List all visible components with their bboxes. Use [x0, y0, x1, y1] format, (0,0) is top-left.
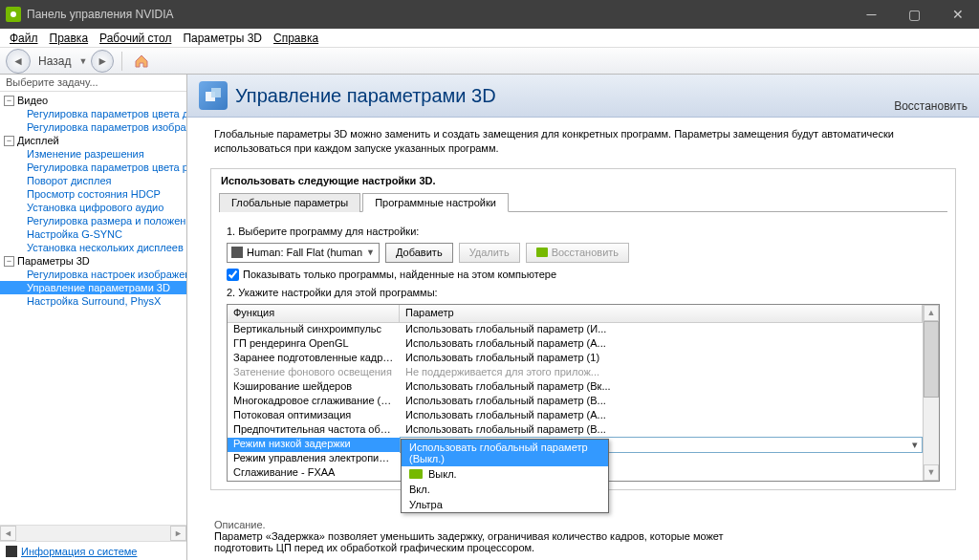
intro-text: Глобальные параметры 3D можно заменить и…	[214, 127, 952, 157]
sidebar-header: Выберите задачу...	[0, 75, 186, 92]
grid-row[interactable]: Предпочтительная частота обновлени...Исп…	[228, 423, 923, 438]
nvidia-icon	[536, 248, 548, 257]
tree-link[interactable]: Регулировка настроек изображения с п	[0, 268, 186, 281]
fieldset-legend: Использовать следующие настройки 3D.	[211, 169, 955, 192]
toolbar: ◄ Назад ▼ ►	[0, 48, 979, 75]
tree-collapse-icon[interactable]: −	[4, 256, 14, 267]
col-function[interactable]: Функция	[228, 305, 400, 322]
tree-link[interactable]: Поворот дисплея	[0, 174, 186, 187]
menu-help[interactable]: Справка	[268, 30, 324, 47]
info-icon	[6, 546, 17, 557]
tree-link[interactable]: Установка нескольких дисплеев	[0, 241, 186, 254]
tree-link[interactable]: Изменение разрешения	[0, 147, 186, 161]
dropdown-option[interactable]: Ультра	[402, 497, 608, 512]
tab-global[interactable]: Глобальные параметры	[219, 193, 360, 212]
add-button[interactable]: Добавить	[385, 243, 453, 263]
parameter-dropdown[interactable]: Использовать глобальный параметр (Выкл.)…	[401, 439, 609, 513]
chevron-down-icon: ▼	[366, 248, 375, 257]
tree-link[interactable]: Регулировка размера и положения рабо	[0, 214, 186, 227]
menu-file[interactable]: Файл	[4, 30, 44, 47]
dropdown-option[interactable]: Выкл.	[402, 466, 608, 482]
scroll-thumb[interactable]	[924, 321, 939, 398]
menu-desktop[interactable]: Рабочий стол	[94, 30, 177, 47]
system-info-link[interactable]: Информация о системе	[0, 541, 186, 560]
tree-link[interactable]: Настройка G-SYNC	[0, 227, 186, 241]
tree-category[interactable]: −Дисплей	[0, 134, 186, 147]
settings-grid: Функция Параметр Вертикальный синхроимпу…	[227, 304, 940, 482]
home-button[interactable]	[130, 50, 153, 73]
minimize-button[interactable]: ─	[850, 0, 893, 29]
page-title: Управление параметрами 3D	[235, 85, 894, 107]
tabs: Глобальные параметры Программные настрой…	[219, 192, 947, 212]
dropdown-option[interactable]: Вкл.	[402, 482, 608, 497]
description-text: Параметр «Задержка» позволяет уменьшить …	[214, 530, 750, 553]
description-label: Описание.	[214, 519, 952, 530]
tree-link[interactable]: Просмотр состояния HDCP	[0, 187, 186, 201]
sidebar-hscrollbar[interactable]: ◄ ►	[0, 525, 186, 541]
settings-fieldset: Использовать следующие настройки 3D. Гло…	[210, 168, 956, 490]
svg-point-0	[11, 11, 16, 17]
tree-category[interactable]: −Параметры 3D	[0, 254, 186, 268]
tree-link[interactable]: Управление параметрами 3D	[0, 281, 186, 294]
scroll-up-icon[interactable]: ▲	[924, 305, 939, 321]
nav-back-label: Назад	[38, 54, 71, 68]
tree-collapse-icon[interactable]: −	[4, 96, 14, 106]
menu-3d[interactable]: Параметры 3D	[177, 30, 268, 47]
menu-edit[interactable]: Правка	[44, 30, 95, 47]
scroll-right-icon[interactable]: ►	[170, 526, 186, 541]
close-button[interactable]: ✕	[936, 0, 979, 29]
description-section: Описание. Параметр «Задержка» позволяет …	[205, 515, 962, 557]
nav-forward-button[interactable]: ►	[91, 50, 114, 73]
menubar: Файл Правка Рабочий стол Параметры 3D Сп…	[0, 29, 979, 48]
tree-collapse-icon[interactable]: −	[4, 136, 14, 146]
program-icon	[231, 247, 243, 258]
task-tree: −ВидеоРегулировка параметров цвета для в…	[0, 92, 186, 525]
grid-row[interactable]: Многокадровое сглаживание (MFAA)Использо…	[228, 395, 923, 409]
scroll-down-icon[interactable]: ▼	[924, 464, 939, 481]
main-panel: Управление параметрами 3D Восстановить Г…	[187, 75, 979, 560]
grid-row[interactable]: Заранее подготовленные кадры вирту...Исп…	[228, 352, 923, 366]
restore-defaults-link[interactable]: Восстановить	[894, 99, 968, 113]
maximize-button[interactable]: ▢	[893, 0, 936, 29]
app-icon	[6, 7, 21, 22]
tree-link[interactable]: Регулировка параметров цвета рабоче	[0, 161, 186, 174]
grid-vscrollbar[interactable]: ▲ ▼	[923, 305, 939, 481]
titlebar: Панель управления NVIDIA ─ ▢ ✕	[0, 0, 979, 29]
step2-label: 2. Укажите настройки для этой программы:	[227, 287, 940, 298]
chevron-down-icon: ▾	[912, 439, 918, 451]
scroll-left-icon[interactable]: ◄	[0, 526, 16, 541]
sidebar: Выберите задачу... −ВидеоРегулировка пар…	[0, 75, 187, 560]
grid-row[interactable]: Затенение фонового освещенияНе поддержив…	[228, 366, 923, 380]
grid-row[interactable]: Вертикальный синхроимпульсИспользовать г…	[228, 323, 923, 337]
svg-rect-2	[211, 88, 221, 97]
tab-program[interactable]: Программные настройки	[362, 193, 509, 212]
grid-header: Функция Параметр	[228, 305, 923, 323]
show-only-checkbox[interactable]: Показывать только программы, найденные н…	[227, 269, 940, 281]
grid-row[interactable]: Кэширование шейдеровИспользовать глобаль…	[228, 380, 923, 395]
tree-link[interactable]: Регулировка параметров цвета для вид	[0, 107, 186, 120]
dropdown-option[interactable]: Использовать глобальный параметр (Выкл.)	[402, 440, 608, 466]
tree-link[interactable]: Настройка Surround, PhysX	[0, 294, 186, 308]
grid-row[interactable]: Потоковая оптимизацияИспользовать глобал…	[228, 409, 923, 423]
col-parameter[interactable]: Параметр	[400, 305, 923, 322]
nvidia-icon	[409, 469, 423, 479]
restore-button: Восстановить	[526, 243, 629, 263]
tree-category[interactable]: −Видео	[0, 94, 186, 107]
delete-button: Удалить	[459, 243, 520, 263]
tree-link[interactable]: Установка цифрового аудио	[0, 201, 186, 214]
page-header-icon	[199, 81, 228, 110]
window-title: Панель управления NVIDIA	[27, 8, 850, 21]
step1-label: 1. Выберите программу для настройки:	[227, 226, 940, 237]
tree-link[interactable]: Регулировка параметров изображения	[0, 120, 186, 134]
grid-row[interactable]: ГП рендеринга OpenGLИспользовать глобаль…	[228, 337, 923, 352]
program-select[interactable]: Human: Fall Flat (human.exe) ▼	[227, 243, 380, 263]
page-header: Управление параметрами 3D Восстановить	[187, 75, 979, 118]
nav-back-dropdown-icon[interactable]: ▼	[78, 56, 87, 66]
nav-back-button[interactable]: ◄	[6, 49, 31, 74]
